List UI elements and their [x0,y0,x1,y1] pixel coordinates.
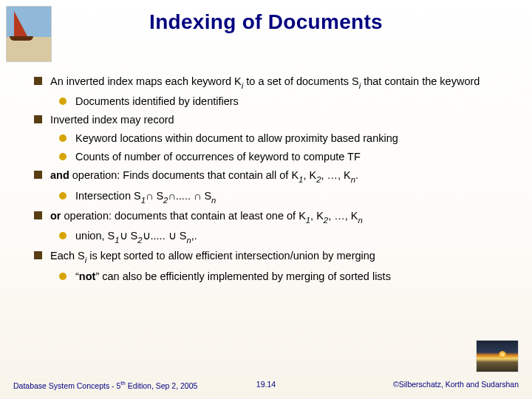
sub-2: 2 [163,196,168,205]
bold-and: and [50,169,69,181]
sailboat-image [6,6,52,62]
sub-n: n [186,236,191,245]
sub-i: i [242,81,244,90]
sub-n: n [351,175,355,184]
slide: Indexing of Documents An inverted index … [0,0,532,399]
sub-2: 2 [316,175,321,184]
text: An inverted index maps each keyword [50,75,234,87]
sub-1: 1 [299,175,303,184]
bullet-may-record: Inverted index may record [34,112,510,128]
text: , …, K [328,210,358,222]
text: Database System Concepts - 5 [13,381,120,390]
text: can also be efficiently implemented by m… [99,270,391,282]
bullet-sorted: Each Si is kept sorted to allow efficien… [34,248,510,265]
bullet-inverted-index: An inverted index maps each keyword Ki t… [34,74,510,91]
slide-body: An inverted index maps each keyword Ki t… [34,74,510,287]
sub-i: i [359,81,361,90]
var-s: S [352,75,359,87]
subbullet-not: “not” can also be efficiently implemente… [59,269,510,284]
subbullet-intersection: Intersection S1∩ S2∩..... ∩ Sn [59,188,510,205]
text: , K [310,210,324,222]
sub-1: 1 [306,216,310,225]
text: union, S [75,230,115,242]
text: ∩ S [146,190,163,202]
text: operation: Finds documents that contain … [69,169,299,181]
subbullet-doc-ids: Documents identified by identifiers [59,94,510,109]
subbullet-locations: Keyword locations within document to all… [59,131,510,146]
slide-title: Indexing of Documents [0,0,532,34]
footer: Database System Concepts - 5th Edition, … [0,380,532,389]
sub-1: 1 [141,196,146,205]
text: that contain the keyword [361,75,480,87]
text: to a set of documents [243,75,352,87]
subbullet-union: union, S1∪ S2∪..... ∪ Sn,. [59,228,510,245]
text: Intersection S [75,190,141,202]
text: operation: documents that contain at lea… [61,210,306,222]
sub-n: n [211,196,216,205]
text: ∪ S [120,230,138,242]
text: ∩..... ∩ S [168,190,211,202]
var-k: K [234,75,242,87]
text: , …, K [321,169,350,181]
text: , K [303,169,316,181]
bullet-and-operation: and operation: Finds documents that cont… [34,168,510,185]
sub-2: 2 [324,216,328,225]
sub-i: i [85,256,87,265]
text: Each S [50,250,85,262]
sub-1: 1 [115,236,119,245]
sunset-image [476,340,519,372]
sub-n: n [358,216,362,225]
footer-right: ©Silberschatz, Korth and Sudarshan [393,380,519,389]
text: is kept sorted to allow efficient inters… [86,250,375,262]
sub-2: 2 [137,236,142,245]
bold-not: not [79,270,96,282]
text: Edition, Sep 2, 2005 [126,381,198,390]
bullet-or-operation: or operation: documents that contain at … [34,208,510,225]
footer-left: Database System Concepts - 5th Edition, … [13,380,197,390]
bold-or: or [50,210,61,222]
text: . [355,169,358,181]
subbullet-counts: Counts of number of occurrences of keywo… [59,149,510,165]
text: ∪..... ∪ S [143,230,187,242]
text: ,. [191,230,197,242]
